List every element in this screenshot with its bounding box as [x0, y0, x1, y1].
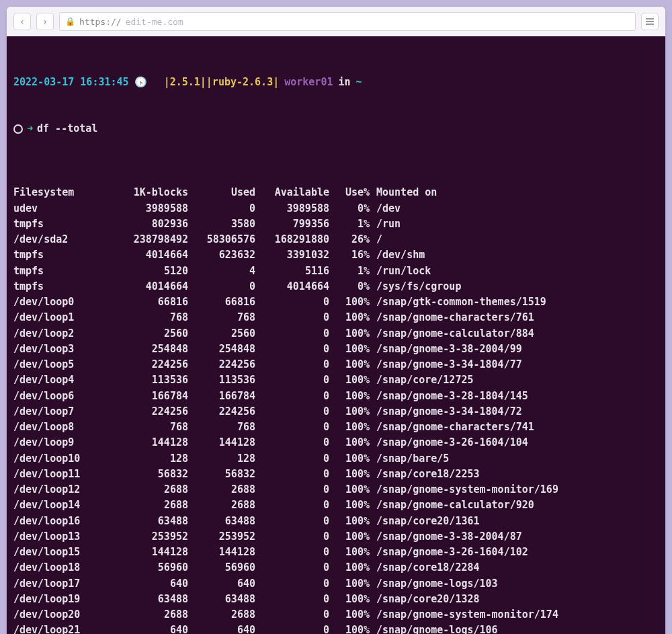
cell: 100%: [329, 326, 370, 342]
terminal[interactable]: 2022-03-17 16:31:45 🕟 |2.5.1||ruby-2.6.3…: [7, 36, 665, 634]
url-protocol: https://: [79, 17, 122, 27]
cell: 0: [255, 389, 329, 404]
circle-icon: [13, 124, 23, 134]
table-row: /dev/loop1156832568320100%/snap/core18/2…: [13, 467, 659, 482]
cell: 640: [188, 576, 255, 592]
cell: 3580: [188, 216, 255, 232]
prompt-cwd: ~: [356, 75, 362, 90]
cell: 100%: [329, 310, 370, 325]
table-row: /dev/loop216406400100%/snap/gnome-logs/1…: [13, 623, 659, 634]
cell: 0: [255, 529, 329, 545]
cell: 113536: [188, 372, 255, 388]
cell: /dev/loop8: [13, 420, 101, 435]
cell: 144128: [188, 545, 255, 560]
cell: 100%: [329, 514, 370, 529]
cell: 4: [188, 264, 255, 279]
cell: 100%: [329, 357, 370, 372]
table-row: /dev/loop1963488634880100%/snap/core20/1…: [13, 592, 659, 607]
cell: /snap/gnome-3-34-1804/72: [370, 404, 659, 420]
prompt-versions: |2.5.1||ruby-2.6.3|: [164, 75, 280, 90]
cell: 16%: [329, 247, 370, 263]
cell: 100%: [329, 389, 370, 404]
cell: /snap/gnome-3-38-2004/87: [370, 529, 659, 545]
cell: 640: [101, 576, 188, 592]
table-row: /dev/loop52242562242560100%/snap/gnome-3…: [13, 357, 659, 372]
back-button[interactable]: ‹: [13, 13, 31, 30]
lock-icon: 🔒: [65, 17, 75, 26]
cell: 0: [255, 451, 329, 467]
cell: 0: [255, 498, 329, 513]
table-row: /dev/loop20268826880100%/snap/gnome-syst…: [13, 607, 659, 623]
cell: 63488: [101, 514, 188, 529]
cell: /dev/loop16: [13, 514, 101, 529]
cell: 0: [255, 310, 329, 325]
cell: 166784: [188, 389, 255, 404]
table-row: /dev/loop91441281441280100%/snap/gnome-3…: [13, 435, 659, 450]
cell: /snap/gnome-3-34-1804/77: [370, 357, 659, 372]
cell: 100%: [329, 607, 370, 623]
cell: 640: [101, 623, 188, 634]
cell: tmpfs: [13, 264, 101, 279]
cell: /dev/loop18: [13, 560, 101, 576]
column-header: Mounted on: [370, 185, 659, 200]
cell: 224256: [188, 357, 255, 372]
cell: 224256: [188, 404, 255, 420]
cell: 168291880: [255, 232, 329, 247]
table-row: /dev/loop066816668160100%/snap/gtk-commo…: [13, 294, 659, 310]
cell: /snap/core20/1361: [370, 514, 659, 529]
cell: /snap/gnome-calculator/884: [370, 326, 659, 342]
cell: 5120: [101, 264, 188, 279]
cell: 3989588: [101, 201, 188, 216]
cell: 2688: [188, 498, 255, 513]
cell: 0: [255, 592, 329, 607]
cell: /dev/loop19: [13, 592, 101, 607]
table-row: /dev/loop1663488634880100%/snap/core20/1…: [13, 514, 659, 529]
cell: 0: [255, 545, 329, 560]
cell: /dev/loop17: [13, 576, 101, 592]
cell: 0: [255, 420, 329, 435]
cell: 63488: [188, 592, 255, 607]
cell: 0: [255, 326, 329, 342]
cell: 144128: [101, 545, 188, 560]
cell: /snap/gnome-3-38-2004/99: [370, 342, 659, 357]
cell: /dev/loop15: [13, 545, 101, 560]
cell: /dev/loop3: [13, 342, 101, 357]
cell: 100%: [329, 420, 370, 435]
cell: /dev/loop5: [13, 357, 101, 372]
column-header: 1K-blocks: [101, 185, 188, 200]
table-row: /dev/sda22387984925830657616829188026%/: [13, 232, 659, 247]
forward-button[interactable]: ›: [36, 13, 54, 30]
cell: 0: [255, 623, 329, 634]
prompt-in: in: [338, 75, 350, 90]
cell: /snap/gtk-common-themes/1519: [370, 294, 659, 310]
cell: 100%: [329, 498, 370, 513]
menu-button[interactable]: [641, 13, 659, 30]
command-text: df --total: [37, 121, 97, 136]
cell: 58306576: [188, 232, 255, 247]
table-row: tmpfs4014664040146640%/sys/fs/cgroup: [13, 279, 659, 294]
cell: 56832: [101, 467, 188, 482]
cell: 4014664: [255, 279, 329, 294]
cell: 113536: [101, 372, 188, 388]
address-bar[interactable]: 🔒 https://edit-me.com: [59, 12, 636, 31]
column-header: Available: [255, 185, 329, 200]
column-header: Filesystem: [13, 185, 101, 200]
cell: 238798492: [101, 232, 188, 247]
cell: 100%: [329, 623, 370, 634]
cell: 253952: [188, 529, 255, 545]
cell: /run: [370, 216, 659, 232]
cell: /snap/gnome-logs/103: [370, 576, 659, 592]
table-row: /dev/loop14268826880100%/snap/gnome-calc…: [13, 498, 659, 513]
cell: 100%: [329, 435, 370, 450]
cell: 56960: [188, 560, 255, 576]
cell: 66816: [188, 294, 255, 310]
cell: 4014664: [101, 247, 188, 263]
cell: 2688: [188, 482, 255, 498]
cell: 100%: [329, 529, 370, 545]
table-row: /dev/loop87687680100%/snap/gnome-charact…: [13, 420, 659, 435]
cell: 128: [188, 451, 255, 467]
cell: 0: [255, 576, 329, 592]
cell: 3391032: [255, 247, 329, 263]
cell: /dev/loop6: [13, 389, 101, 404]
cell: 0: [255, 467, 329, 482]
